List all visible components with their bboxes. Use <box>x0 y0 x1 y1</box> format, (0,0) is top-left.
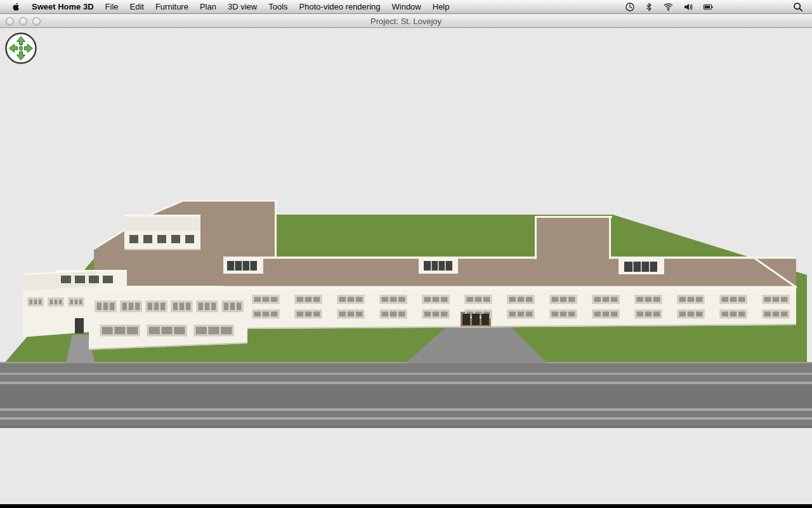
far-left-block-door <box>75 318 84 333</box>
window-title-bar[interactable]: Project: St. Lovejoy <box>0 15 812 28</box>
main-roof-fascia <box>223 286 796 290</box>
road-lane-line <box>0 417 812 420</box>
menu-photo-video-rendering[interactable]: Photo-video rendering <box>294 0 386 14</box>
menu-window[interactable]: Window <box>386 0 427 14</box>
right-wing-roof <box>536 217 611 259</box>
screen-bottom-bar <box>0 504 812 508</box>
road-lane-line <box>0 373 812 375</box>
roof-penthouse-roof <box>124 216 200 231</box>
volume-icon[interactable] <box>683 2 693 12</box>
3d-view-canvas[interactable] <box>0 29 812 504</box>
road-bottom-edge <box>0 426 812 428</box>
menu-file[interactable]: File <box>100 0 124 14</box>
right-wing-parapet-west <box>535 217 537 259</box>
left-wing-parapet-east <box>275 201 277 259</box>
menu-bar-status-area <box>625 2 806 12</box>
road-curb-line <box>0 362 812 363</box>
main-roof <box>223 258 796 288</box>
right-wing-parapet-east <box>609 217 611 259</box>
menu-plan[interactable]: Plan <box>194 0 222 14</box>
macos-menu-bar: Sweet Home 3D File Edit Furniture Plan 3… <box>0 0 812 14</box>
window-minimize-button[interactable] <box>19 17 27 25</box>
right-wing-parapet-top <box>535 216 612 218</box>
window-title: Project: St. Lovejoy <box>0 17 812 26</box>
rooftop-tower-1 <box>223 257 263 274</box>
app-menu-title[interactable]: Sweet Home 3D <box>26 0 100 14</box>
road-lane-line <box>0 408 812 411</box>
apple-icon <box>11 2 21 11</box>
road-median <box>0 384 812 408</box>
window-zoom-button[interactable] <box>32 17 41 25</box>
menu-3d-view[interactable]: 3D view <box>222 0 263 14</box>
apple-menu[interactable] <box>6 2 26 11</box>
window-close-button[interactable] <box>6 17 14 25</box>
roof-penthouse-base <box>124 249 200 250</box>
menu-furniture[interactable]: Furniture <box>150 0 194 14</box>
rooftop-tower-3 <box>619 257 664 274</box>
menu-tools[interactable]: Tools <box>263 0 293 14</box>
menu-help[interactable]: Help <box>427 0 455 14</box>
navigation-compass[interactable] <box>4 32 37 65</box>
menu-edit[interactable]: Edit <box>124 0 150 14</box>
main-roof-parapet <box>223 257 796 259</box>
entrance-doors <box>462 314 489 325</box>
roof-penthouse-parapet <box>124 215 200 217</box>
window-controls <box>6 17 41 25</box>
wifi-icon[interactable] <box>663 2 674 11</box>
left-wing-front-wall <box>89 290 247 350</box>
bluetooth-icon[interactable] <box>645 2 653 12</box>
road-lane-line <box>0 382 812 384</box>
time-machine-icon[interactable] <box>625 2 635 12</box>
spotlight-icon[interactable] <box>793 2 803 12</box>
rooftop-tower-2 <box>419 257 458 274</box>
3d-scene <box>0 29 812 504</box>
far-left-block-wall <box>23 286 96 337</box>
battery-icon[interactable] <box>703 2 714 12</box>
